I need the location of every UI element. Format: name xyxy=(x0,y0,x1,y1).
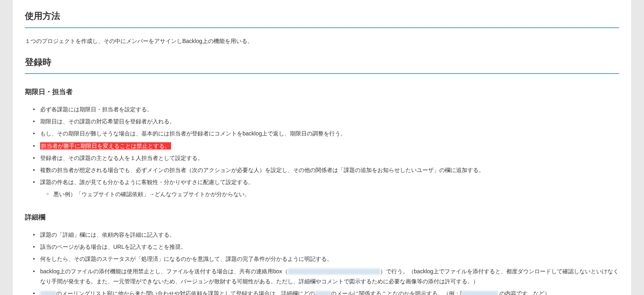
section-heading-registration: 登録時 xyxy=(25,54,619,74)
subheading-detail-field: 詳細欄 xyxy=(25,211,619,224)
nested-list-item: 悪い例）「ウェブサイトの確認依頼」→どんなウェブサイトかが分からない。 xyxy=(46,189,619,199)
list-item: 期限日は、その課題の対応希望日を登録者が入れる。 xyxy=(33,117,619,127)
list-deadline-assignee: 必ず各課題には期限日・担当者を設定する。 期限日は、その課題の対応希望日を登録者… xyxy=(33,104,619,200)
list-item: 課題の件名は、誰が見ても分かるように客観性・分かりやすさに配慮して設定する。 悪… xyxy=(33,177,619,199)
redacted-text: xxx xyxy=(40,291,56,295)
list-item-text-part1: のメーリングリスト宛に他から来た問い合わせや対応依頼を課題として登録する場合は、… xyxy=(56,290,315,295)
list-item-text: 課題の件名は、誰が見ても分かるように客観性・分かりやすさに配慮して設定する。 xyxy=(40,179,254,185)
section-heading-usage: 使用方法 xyxy=(25,8,619,28)
list-item: 担当者が勝手に期限日を変えることは禁止とする。 xyxy=(33,141,619,151)
highlighted-text: 担当者が勝手に期限日を変えることは禁止とする。 xyxy=(40,142,171,150)
redacted-text: xxx xyxy=(315,291,331,295)
list-item: 登録者は、その課題の主となる人を１人担当者として設定する。 xyxy=(33,153,619,163)
usage-paragraph: １つのプロジェクトを作成し、その中にメンバーをアサインしBacklog上の機能を… xyxy=(25,36,619,46)
list-item: backlog上のファイルの添付機能は使用禁止とし、ファイルを送付する場合は、共… xyxy=(33,266,619,287)
list-item: もし、その期限日が難しそうな場合は、基本的には担当者が登録者にコメントをback… xyxy=(33,129,619,139)
list-item: 課題の「詳細」欄には、依頼内容を詳細に記入する。 xyxy=(33,230,619,240)
redacted-text: xxxxx xyxy=(288,268,380,275)
subheading-deadline-assignee: 期限日・担当者 xyxy=(25,86,619,98)
list-item: 複数の担当者が想定される場合でも、必ずメインの担当者（次のアクションが必要な人）… xyxy=(33,165,619,175)
list-item-text-part3: の内容です、など） xyxy=(498,290,550,295)
list-item: 必ず各課題には期限日・担当者を設定する。 xyxy=(33,104,619,115)
list-item-text-part2: のメールに関係することなのかを明示する。（例：[ xyxy=(331,290,462,295)
list-item-text-part1: backlog上のファイルの添付機能は使用禁止とし、ファイルを送付する場合は、共… xyxy=(40,268,288,275)
nested-list: 悪い例）「ウェブサイトの確認依頼」→どんなウェブサイトかが分からない。 xyxy=(46,189,619,199)
list-detail-field: 課題の「詳細」欄には、依頼内容を詳細に記入する。 該当のページがある場合は、UR… xyxy=(33,230,619,295)
list-item: 何をしたら、その課題のステータスが「処理済」になるのかを意識して、課題の完了条件… xyxy=(33,254,619,264)
redacted-text: xxxxx xyxy=(462,291,498,295)
list-item: 該当のページがある場合は、URLを記入することを推奨。 xyxy=(33,242,619,252)
list-item: xxxのメーリングリスト宛に他から来た問い合わせや対応依頼を課題として登録する場… xyxy=(33,289,619,295)
document-container: 使用方法 １つのプロジェクトを作成し、その中にメンバーをアサインしBacklog… xyxy=(13,0,631,295)
